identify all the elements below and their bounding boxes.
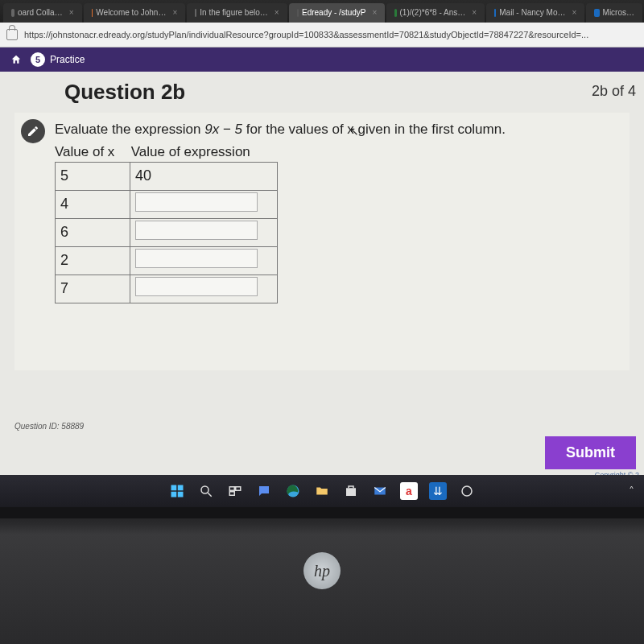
browser-tab[interactable]: oard Colla…× [3,3,82,23]
value-cell [130,190,278,218]
col1-header: Value of x [55,144,127,160]
search-icon[interactable] [197,482,215,500]
svg-point-4 [201,486,208,493]
answer-input[interactable] [135,221,258,240]
browser-tab[interactable]: (1)/(2)*6*8 - Ans…× [386,3,485,23]
address-bar: https://johnstonacr.edready.org/studyPla… [0,23,644,47]
cortana-icon[interactable] [458,482,476,500]
value-cell [130,218,278,246]
svg-rect-10 [346,488,356,496]
question-prompt: Evaluate the expression 9x − 5 for the v… [55,121,618,139]
question-id: Question ID: 58889 [14,422,84,431]
answer-input[interactable] [135,277,258,296]
files-icon[interactable] [313,482,331,500]
x-cell: 4 [56,190,130,218]
browser-tab[interactable]: Welcome to John…× [84,3,186,23]
mail-icon[interactable] [371,482,389,500]
svg-rect-0 [171,485,177,491]
value-cell: 40 [130,162,278,190]
table-row: 4 [56,190,278,218]
x-cell: 5 [56,162,130,190]
answer-input[interactable] [135,249,258,268]
svg-rect-7 [236,487,241,491]
table-headers: Value of x Value of expression ↖ [55,144,618,160]
svg-rect-3 [178,492,184,497]
question-title: Question 2b [64,80,644,105]
windows-taskbar: a ⇊ ˄ [0,475,644,507]
table-row: 6 [56,218,278,246]
browser-tab[interactable]: Micros… [586,3,642,23]
close-icon[interactable]: × [372,3,377,23]
browser-tab[interactable]: Mail - Nancy Mo…× [486,3,584,23]
lock-icon [6,29,18,40]
close-icon[interactable]: × [472,3,477,23]
svg-rect-6 [229,487,234,491]
start-icon[interactable] [168,482,186,500]
browser-tab-strip: oard Colla…× Welcome to John…× In the fi… [0,0,644,23]
table-row: 2 [56,246,278,275]
close-icon[interactable]: × [172,3,177,23]
table-row: 7 [56,275,278,303]
dropbox-icon[interactable]: ⇊ [429,482,447,500]
submit-button[interactable]: Submit [545,436,636,469]
taskview-icon[interactable] [226,482,244,500]
x-cell: 6 [56,218,130,246]
svg-rect-1 [178,485,184,491]
app-a-icon[interactable]: a [400,482,418,500]
edge-icon[interactable] [284,482,302,500]
svg-rect-8 [229,492,234,496]
browser-tab-active[interactable]: Edready - /studyP× [289,3,386,23]
answer-input[interactable] [135,192,258,212]
close-icon[interactable]: × [275,3,279,23]
x-cell: 7 [56,275,130,303]
store-icon[interactable] [342,482,360,500]
question-page: 2b of 4 Question 2b Evaluate the express… [0,72,644,475]
value-cell [130,275,278,303]
table-row: 5 40 [56,162,278,190]
pencil-icon [21,119,45,143]
tray-chevron-icon[interactable]: ˄ [629,485,634,497]
question-card: Evaluate the expression 9x − 5 for the v… [14,113,630,370]
close-icon[interactable]: × [69,3,74,23]
close-icon[interactable]: × [572,3,577,23]
svg-point-12 [462,486,472,496]
x-cell: 2 [56,246,130,275]
practice-header: 5 Practice [0,47,644,72]
svg-rect-2 [171,492,177,497]
url-text[interactable]: https://johnstonacr.edready.org/studyPla… [24,30,638,39]
progress-indicator: 2b of 4 [592,83,636,100]
laptop-body: hp [0,507,644,644]
chat-icon[interactable] [255,482,273,500]
step-label: Practice [50,54,85,65]
value-cell [130,246,278,275]
hp-logo: hp [303,552,341,589]
svg-line-5 [208,493,212,497]
browser-tab[interactable]: In the figure belo…× [187,3,287,23]
cursor-icon: ↖ [349,125,359,138]
col2-header: Value of expression [131,144,250,159]
values-table: 5 40 4 6 2 7 [55,162,278,303]
home-icon[interactable] [8,52,24,68]
step-badge: 5 [31,52,45,67]
